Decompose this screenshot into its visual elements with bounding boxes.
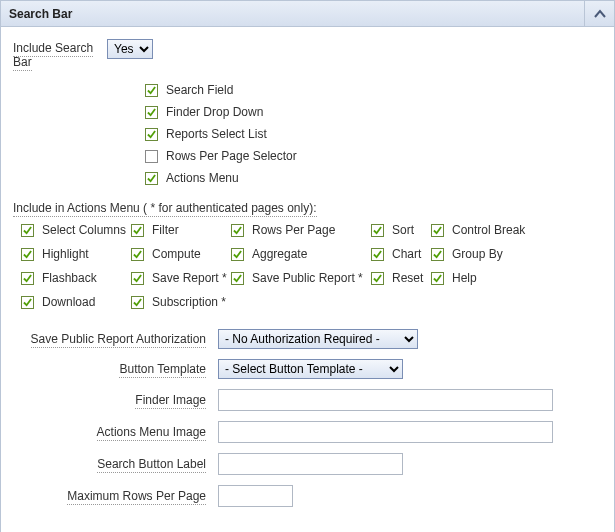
search-bar-option: Finder Drop Down [145,101,604,123]
checkbox[interactable] [131,224,144,237]
chevron-up-icon [593,7,607,21]
actions-menu-option: Download [21,293,131,311]
checkbox[interactable] [145,150,158,163]
actions-menu-option: Flashback [21,269,131,287]
actions-menu-option: Select Columns [21,221,131,239]
option-label: Finder Drop Down [166,105,263,119]
option-label: Help [452,271,477,285]
include-search-bar-row: Include Search Bar Yes [13,39,604,69]
option-label: Rows Per Page Selector [166,149,297,163]
search-bar-option: Rows Per Page Selector [145,145,604,167]
checkbox[interactable] [145,128,158,141]
actions-menu-image-row: Actions Menu Image [13,421,604,443]
option-label: Highlight [42,247,89,261]
option-label: Control Break [452,223,525,237]
option-label: Actions Menu [166,171,239,185]
max-rows-row: Maximum Rows Per Page [13,485,604,507]
checkbox[interactable] [231,272,244,285]
checkbox[interactable] [231,248,244,261]
max-rows-input[interactable] [218,485,293,507]
option-label: Save Report * [152,271,227,285]
actions-menu-option: Rows Per Page [231,221,371,239]
checkbox[interactable] [131,272,144,285]
search-bar-options: Search FieldFinder Drop DownReports Sele… [145,79,604,189]
panel-body: Include Search Bar Yes Search FieldFinde… [1,27,614,532]
option-label: Rows Per Page [252,223,335,237]
checkbox[interactable] [371,224,384,237]
actions-menu-option: Subscription * [131,293,231,311]
checkbox[interactable] [21,272,34,285]
actions-menu-heading: Include in Actions Menu ( * for authenti… [13,201,604,215]
panel-header: Search Bar [1,1,614,27]
actions-menu-image-input[interactable] [218,421,553,443]
option-label: Reset [392,271,423,285]
option-label: Flashback [42,271,97,285]
checkbox[interactable] [131,248,144,261]
checkbox[interactable] [431,224,444,237]
option-label: Subscription * [152,295,226,309]
option-label: Download [42,295,95,309]
checkbox[interactable] [431,272,444,285]
search-bar-option: Search Field [145,79,604,101]
form-rows: Save Public Report Authorization - No Au… [13,329,604,507]
actions-menu-option: Control Break [431,221,551,239]
actions-menu-option: Sort [371,221,431,239]
option-label: Sort [392,223,414,237]
checkbox[interactable] [371,272,384,285]
checkbox[interactable] [21,296,34,309]
checkbox[interactable] [21,224,34,237]
checkbox[interactable] [145,172,158,185]
panel-title: Search Bar [9,7,72,21]
finder-image-input[interactable] [218,389,553,411]
option-label: Chart [392,247,421,261]
search-button-label-input[interactable] [218,453,403,475]
checkbox[interactable] [371,248,384,261]
button-template-row: Button Template - Select Button Template… [13,359,604,379]
actions-menu-image-label: Actions Menu Image [13,425,218,439]
actions-menu-option: Highlight [21,245,131,263]
checkbox[interactable] [21,248,34,261]
actions-menu-option: Aggregate [231,245,371,263]
checkbox[interactable] [145,106,158,119]
actions-menu-option: Save Report * [131,269,231,287]
option-label: Reports Select List [166,127,267,141]
option-label: Compute [152,247,201,261]
include-search-bar-select[interactable]: Yes [107,39,153,59]
search-button-label-row: Search Button Label [13,453,604,475]
option-label: Save Public Report * [252,271,363,285]
finder-image-label: Finder Image [13,393,218,407]
actions-menu-option: Filter [131,221,231,239]
max-rows-label: Maximum Rows Per Page [13,489,218,503]
collapse-button[interactable] [584,1,614,27]
actions-menu-option: Chart [371,245,431,263]
option-label: Search Field [166,83,233,97]
search-button-label-label: Search Button Label [13,457,218,471]
button-template-label: Button Template [13,362,218,376]
option-label: Filter [152,223,179,237]
finder-image-row: Finder Image [13,389,604,411]
actions-menu-option: Help [431,269,551,287]
actions-menu-grid: Select ColumnsFilterRows Per PageSortCon… [21,221,604,311]
actions-menu-option: Reset [371,269,431,287]
save-public-auth-label: Save Public Report Authorization [13,332,218,346]
checkbox[interactable] [431,248,444,261]
option-label: Group By [452,247,503,261]
actions-menu-option: Group By [431,245,551,263]
actions-menu-option: Save Public Report * [231,269,371,287]
save-public-auth-row: Save Public Report Authorization - No Au… [13,329,604,349]
search-bar-option: Actions Menu [145,167,604,189]
option-label: Select Columns [42,223,126,237]
save-public-auth-select[interactable]: - No Authorization Required - [218,329,418,349]
search-bar-option: Reports Select List [145,123,604,145]
actions-menu-option: Compute [131,245,231,263]
include-search-bar-label: Include Search Bar [13,39,107,69]
button-template-select[interactable]: - Select Button Template - [218,359,403,379]
checkbox[interactable] [131,296,144,309]
checkbox[interactable] [145,84,158,97]
search-bar-panel: Search Bar Include Search Bar Yes Search… [0,0,615,532]
option-label: Aggregate [252,247,307,261]
checkbox[interactable] [231,224,244,237]
